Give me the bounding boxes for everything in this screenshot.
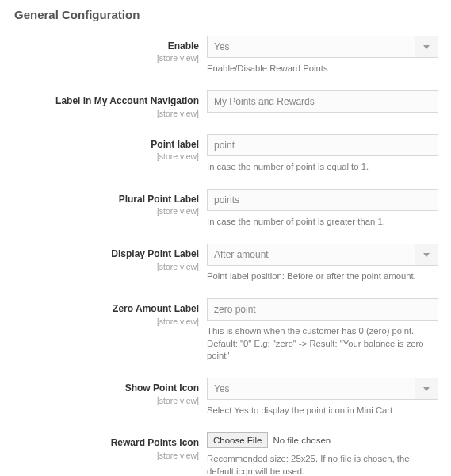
field-plural-point-label: Plural Point Label [store view] In case … xyxy=(13,189,438,228)
show-point-icon-select[interactable]: Yes xyxy=(207,378,438,400)
field-display-point-label: Display Point Label [store view] After a… xyxy=(13,244,438,282)
choose-file-button[interactable]: Choose File xyxy=(207,432,268,448)
file-status: No file chosen xyxy=(273,436,331,445)
field-label: Enable xyxy=(13,40,199,52)
field-enable: Enable [store view] Yes Enable/Disable R… xyxy=(13,36,438,75)
select-value: After amount xyxy=(208,244,415,265)
field-comment: Point label position: Before or after th… xyxy=(207,271,438,282)
chevron-down-icon[interactable] xyxy=(415,378,438,399)
field-label: Point label xyxy=(13,139,199,150)
plural-point-label-input[interactable] xyxy=(207,189,438,211)
field-label: Plural Point Label xyxy=(13,194,199,205)
point-label-input[interactable] xyxy=(207,134,438,156)
field-comment: Enable/Disable Reward Points xyxy=(207,63,438,75)
chevron-down-icon[interactable] xyxy=(415,244,438,265)
field-label: Zero Amount Label xyxy=(13,303,199,314)
field-label: Show Point Icon xyxy=(13,382,199,393)
field-scope: [store view] xyxy=(13,53,199,63)
select-value: Yes xyxy=(208,36,415,57)
field-scope: [store view] xyxy=(13,152,199,161)
field-scope: [store view] xyxy=(13,317,199,326)
display-point-label-select[interactable]: After amount xyxy=(207,244,438,266)
zero-amount-label-input[interactable] xyxy=(207,298,438,321)
field-comment: Select Yes to display the point icon in … xyxy=(207,405,438,416)
section-title: General Configuration xyxy=(14,8,438,21)
field-scope: [store view] xyxy=(13,262,199,271)
field-show-point-icon: Show Point Icon [store view] Yes Select … xyxy=(13,378,438,416)
field-comment: Recommended size: 25x25. If no file is c… xyxy=(207,453,438,476)
field-label: Reward Points Icon xyxy=(13,437,199,448)
select-value: Yes xyxy=(208,378,415,399)
nav-label-input[interactable] xyxy=(207,90,438,113)
field-comment: In case the number of point is greater t… xyxy=(207,216,438,228)
field-reward-points-icon: Reward Points Icon [store view] Choose F… xyxy=(13,432,438,476)
field-label: Display Point Label xyxy=(13,248,199,259)
field-comment: This is shown when the customer has 0 (z… xyxy=(207,325,438,362)
enable-select[interactable]: Yes xyxy=(207,36,438,58)
field-point-label: Point label [store view] In case the num… xyxy=(13,134,438,173)
field-nav-label: Label in My Account Navigation [store vi… xyxy=(13,90,438,117)
field-label: Label in My Account Navigation xyxy=(13,95,199,106)
field-scope: [store view] xyxy=(13,451,199,460)
field-zero-amount-label: Zero Amount Label [store view] This is s… xyxy=(13,298,438,362)
field-scope: [store view] xyxy=(13,396,199,405)
chevron-down-icon[interactable] xyxy=(415,36,438,57)
field-scope: [store view] xyxy=(13,206,199,216)
field-comment: In case the number of point is equal to … xyxy=(207,161,438,173)
field-scope: [store view] xyxy=(13,109,199,118)
